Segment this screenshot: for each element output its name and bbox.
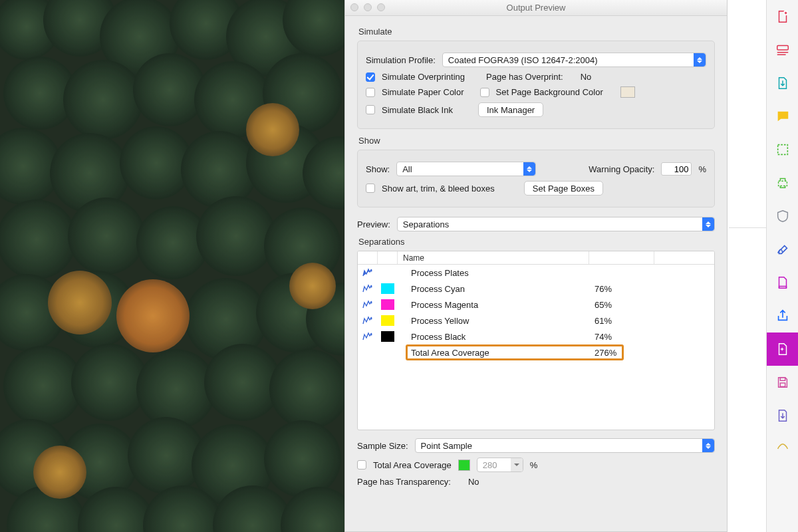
close-icon[interactable]: [350, 3, 358, 11]
dropdown-arrows-icon: [523, 162, 535, 176]
svg-rect-51: [780, 378, 785, 381]
show-heading: Show: [358, 136, 714, 146]
enhance-icon: [775, 342, 790, 356]
simulate-section: Simulation Profile: Coated FOGRA39 (ISO …: [357, 41, 715, 129]
simulate-black-ink-checkbox[interactable]: [366, 105, 375, 114]
set-page-bg-color-checkbox[interactable]: [480, 88, 489, 97]
separations-row-label: Process Yellow: [398, 316, 595, 326]
form-icon: [775, 43, 790, 57]
ink-swatch-magenta: [381, 299, 394, 310]
separations-row-label: Total Area Coverage: [398, 348, 595, 358]
sample-size-value: Point Sample: [421, 441, 472, 451]
set-page-boxes-button[interactable]: Set Page Boxes: [524, 181, 603, 196]
simulate-heading: Simulate: [358, 27, 714, 37]
ink-swatch-black: [381, 331, 394, 342]
total-area-coverage-label: Total Area Coverage: [373, 460, 452, 470]
tac-threshold-value: 280: [483, 460, 497, 470]
total-area-coverage-checkbox[interactable]: [357, 460, 366, 469]
simulate-overprinting-checkbox[interactable]: [366, 72, 375, 82]
separations-row-total[interactable]: Total Area Coverage 276%: [358, 344, 714, 360]
tac-threshold-select[interactable]: 280: [477, 458, 523, 472]
preview-value: Separations: [403, 219, 449, 229]
page-bg-color-swatch[interactable]: [620, 86, 635, 98]
minimize-icon[interactable]: [364, 3, 372, 11]
dialog-title: Output Preview: [345, 3, 727, 13]
tool-create-pdf[interactable]: [767, 0, 798, 33]
right-gutter: [729, 0, 763, 532]
separations-header: Name: [358, 251, 714, 265]
tool-convert[interactable]: [767, 399, 798, 432]
protect-icon: [775, 209, 790, 223]
separations-heading: Separations: [358, 237, 714, 247]
tool-protect[interactable]: [767, 200, 798, 233]
simulation-profile-label: Simulation Profile:: [366, 55, 436, 65]
traffic-lights[interactable]: [350, 3, 385, 11]
visibility-icon[interactable]: [362, 300, 373, 309]
separations-row-cyan[interactable]: Process Cyan 76%: [358, 281, 714, 297]
svg-rect-48: [0, 0, 346, 532]
separations-row-label: Process Cyan: [398, 284, 595, 294]
tool-print-production[interactable]: [767, 166, 798, 200]
separations-row-label: Process Black: [398, 332, 595, 342]
sample-size-label: Sample Size:: [357, 441, 408, 451]
visibility-icon[interactable]: [362, 284, 373, 293]
simulation-profile-select[interactable]: Coated FOGRA39 (ISO 12647-2:2004): [442, 53, 706, 67]
warning-opacity-label: Warning Opacity:: [589, 164, 654, 174]
simulation-profile-value: Coated FOGRA39 (ISO 12647-2:2004): [448, 55, 598, 65]
tool-sign[interactable]: [767, 233, 798, 266]
separations-row-pct: 76%: [595, 284, 660, 294]
page-has-overprint-label: Page has Overprint:: [486, 72, 563, 82]
simulate-paper-color-checkbox[interactable]: [366, 88, 375, 97]
show-label: Show:: [366, 164, 390, 174]
zoom-icon[interactable]: [377, 3, 385, 11]
separations-row-magenta[interactable]: Process Magenta 65%: [358, 297, 714, 313]
visibility-icon[interactable]: [362, 268, 373, 277]
separations-table: Name Process Plates Process Cyan 76%: [357, 251, 715, 430]
sample-size-select[interactable]: Point Sample: [415, 438, 715, 453]
separations-row-yellow[interactable]: Process Yellow 61%: [358, 313, 714, 329]
separations-row-black[interactable]: Process Black 74%: [358, 329, 714, 344]
tool-organize[interactable]: [767, 266, 798, 299]
show-value: All: [402, 164, 412, 174]
tac-swatch[interactable]: [458, 460, 470, 471]
show-boxes-label: Show art, trim, & bleed boxes: [382, 184, 495, 194]
convert-icon: [775, 408, 790, 423]
ink-manager-button[interactable]: Ink Manager: [478, 102, 543, 117]
ink-swatch-yellow: [381, 315, 394, 326]
show-select[interactable]: All: [396, 162, 536, 176]
output-preview-dialog: Output Preview Simulate Simulation Profi…: [344, 0, 728, 532]
visibility-icon[interactable]: [362, 332, 373, 341]
warning-opacity-input[interactable]: [661, 162, 692, 176]
more-icon: [775, 442, 790, 456]
preview-label: Preview:: [357, 219, 390, 229]
organize-icon: [775, 275, 790, 290]
tools-rail: [766, 0, 798, 532]
simulate-paper-color-label: Simulate Paper Color: [382, 87, 464, 97]
tool-form[interactable]: [767, 33, 798, 66]
simulate-overprinting-label: Simulate Overprinting: [382, 72, 465, 82]
tool-save[interactable]: [767, 366, 798, 399]
page-has-transparency-value: No: [468, 477, 479, 487]
separations-row-pct: 61%: [595, 316, 660, 326]
page-has-transparency-label: Page has Transparency:: [357, 477, 451, 487]
tool-crop[interactable]: [767, 133, 798, 166]
separations-row-plates[interactable]: Process Plates: [358, 265, 714, 281]
tool-comment[interactable]: [767, 100, 798, 133]
preview-select[interactable]: Separations: [397, 217, 715, 231]
separations-row-label: Process Plates: [398, 268, 595, 278]
svg-rect-52: [780, 383, 785, 387]
tool-enhance[interactable]: [767, 332, 798, 366]
create-pdf-icon: [775, 9, 790, 24]
ink-swatch-cyan: [381, 283, 394, 294]
svg-rect-50: [777, 46, 789, 50]
print-icon: [775, 176, 790, 190]
tool-export-pdf[interactable]: [767, 66, 798, 100]
tool-more[interactable]: [767, 432, 798, 466]
titlebar[interactable]: Output Preview: [345, 0, 727, 16]
share-icon: [775, 309, 790, 323]
simulate-black-ink-label: Simulate Black Ink: [382, 105, 453, 115]
tool-share[interactable]: [767, 299, 798, 332]
separations-row-pct: 276%: [595, 348, 660, 358]
visibility-icon[interactable]: [362, 316, 373, 325]
show-boxes-checkbox[interactable]: [366, 184, 375, 193]
